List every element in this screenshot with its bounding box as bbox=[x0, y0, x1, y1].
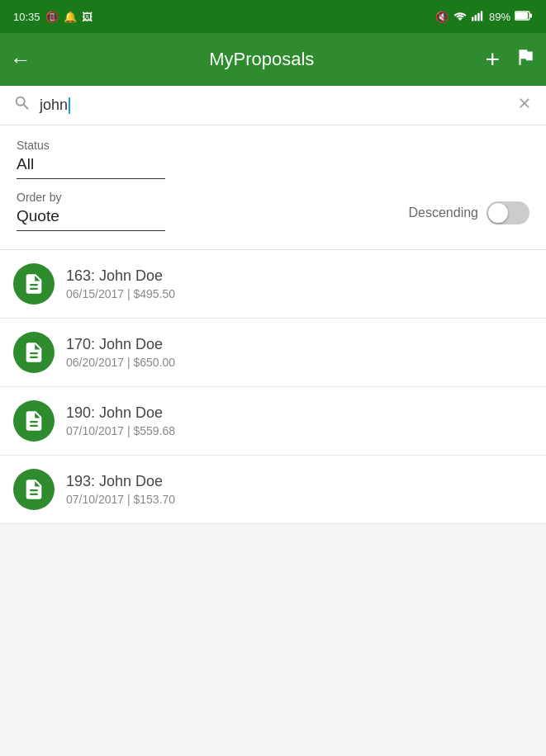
proposal-details: 193: John Doe 07/10/2017 | $153.70 bbox=[66, 473, 533, 506]
flag-button[interactable] bbox=[515, 46, 536, 73]
status-label: Status bbox=[17, 139, 529, 152]
svg-rect-0 bbox=[472, 17, 473, 21]
image-icon: 🖼 bbox=[82, 11, 93, 23]
proposal-subtitle: 06/15/2017 | $495.50 bbox=[66, 287, 533, 300]
proposal-icon bbox=[13, 332, 55, 373]
toggle-knob bbox=[488, 203, 508, 223]
notification-icon: 🔔 bbox=[64, 11, 77, 23]
page-title: MyProposals bbox=[38, 49, 485, 70]
app-bar: ← MyProposals + bbox=[0, 33, 546, 86]
list-item[interactable]: 190: John Doe 07/10/2017 | $559.68 bbox=[0, 387, 546, 456]
order-by-group: Order by Quote bbox=[17, 191, 409, 231]
list-item[interactable]: 163: John Doe 06/15/2017 | $495.50 bbox=[0, 250, 546, 319]
signal-icon bbox=[472, 10, 485, 24]
svg-rect-2 bbox=[477, 12, 479, 21]
wifi-icon bbox=[453, 10, 468, 24]
status-filter-group: Status All bbox=[17, 139, 529, 179]
proposals-list: 163: John Doe 06/15/2017 | $495.50 170: … bbox=[0, 250, 546, 524]
cursor bbox=[69, 97, 70, 114]
proposal-title: 170: John Doe bbox=[66, 336, 533, 353]
battery-text: 89% bbox=[489, 11, 510, 23]
clear-search-button[interactable] bbox=[516, 95, 533, 116]
svg-rect-3 bbox=[481, 11, 482, 21]
mute-icon: 🔇 bbox=[435, 11, 449, 23]
proposal-details: 190: John Doe 07/10/2017 | $559.68 bbox=[66, 404, 533, 437]
order-by-label: Order by bbox=[17, 191, 409, 204]
list-item[interactable]: 193: John Doe 07/10/2017 | $153.70 bbox=[0, 456, 546, 524]
time: 10:35 bbox=[13, 11, 40, 23]
proposal-icon bbox=[13, 400, 55, 442]
app-bar-actions: + bbox=[485, 45, 536, 73]
svg-rect-6 bbox=[515, 12, 528, 19]
proposal-title: 190: John Doe bbox=[66, 404, 533, 422]
order-row: Order by Quote Descending bbox=[17, 191, 529, 231]
back-button[interactable]: ← bbox=[10, 47, 31, 73]
battery-icon bbox=[515, 11, 533, 23]
descending-section: Descending bbox=[409, 201, 530, 231]
search-value: john bbox=[40, 97, 68, 114]
proposal-subtitle: 07/10/2017 | $153.70 bbox=[66, 493, 533, 506]
status-bar-right: 🔇 89% bbox=[435, 10, 533, 24]
add-button[interactable]: + bbox=[485, 45, 500, 73]
proposal-icon bbox=[13, 469, 55, 510]
list-item[interactable]: 170: John Doe 06/20/2017 | $650.00 bbox=[0, 319, 546, 387]
status-bar: 10:35 📵 🔔 🖼 🔇 89% bbox=[0, 0, 546, 33]
proposal-title: 163: John Doe bbox=[66, 267, 533, 285]
status-value[interactable]: All bbox=[17, 155, 165, 179]
phone-mute-icon: 📵 bbox=[45, 11, 59, 23]
proposal-title: 193: John Doe bbox=[66, 473, 533, 490]
svg-rect-5 bbox=[530, 13, 533, 17]
filters-section: Status All Order by Quote Descending bbox=[0, 125, 546, 250]
svg-rect-1 bbox=[475, 15, 477, 21]
proposal-icon bbox=[13, 263, 55, 305]
search-icon bbox=[13, 94, 31, 116]
proposal-details: 170: John Doe 06/20/2017 | $650.00 bbox=[66, 336, 533, 369]
proposal-details: 163: John Doe 06/15/2017 | $495.50 bbox=[66, 267, 533, 300]
search-bar: john bbox=[0, 86, 546, 125]
descending-label: Descending bbox=[409, 206, 479, 220]
proposal-subtitle: 06/20/2017 | $650.00 bbox=[66, 356, 533, 369]
order-by-value[interactable]: Quote bbox=[17, 207, 165, 231]
descending-toggle[interactable] bbox=[487, 201, 529, 224]
proposal-subtitle: 07/10/2017 | $559.68 bbox=[66, 424, 533, 437]
status-bar-left: 10:35 📵 🔔 🖼 bbox=[13, 11, 93, 23]
